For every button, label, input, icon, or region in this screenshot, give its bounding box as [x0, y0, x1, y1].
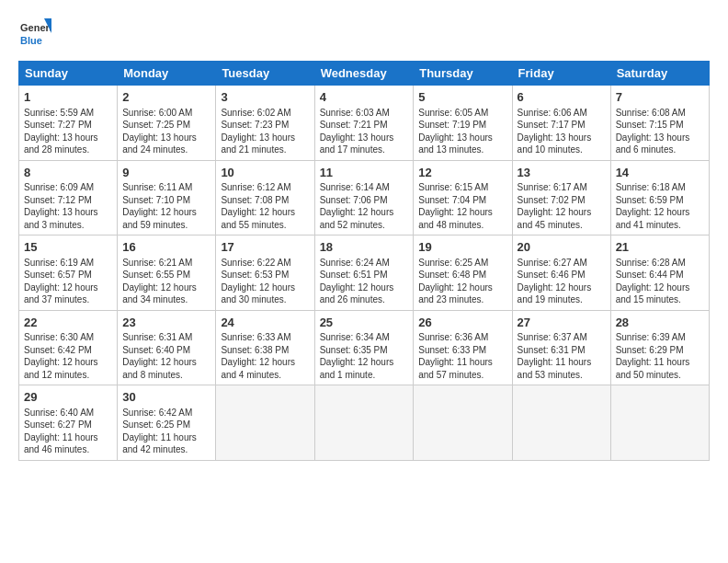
calendar-cell — [314, 385, 414, 461]
calendar-cell: 2Sunrise: 6:00 AMSunset: 7:25 PMDaylight… — [118, 86, 216, 161]
calendar-cell — [414, 385, 512, 461]
day-info: Sunrise: 6:05 AMSunset: 7:19 PMDaylight:… — [418, 107, 506, 156]
calendar-cell: 6Sunrise: 6:06 AMSunset: 7:17 PMDaylight… — [512, 86, 610, 161]
svg-text:Blue: Blue — [20, 35, 42, 46]
calendar-cell — [610, 385, 709, 461]
day-number: 17 — [221, 239, 309, 256]
calendar-cell: 23Sunrise: 6:31 AMSunset: 6:40 PMDayligh… — [118, 310, 216, 385]
day-info: Sunrise: 6:19 AMSunset: 6:57 PMDaylight:… — [24, 257, 112, 306]
day-number: 19 — [418, 239, 506, 256]
weekday-friday: Friday — [512, 62, 610, 86]
calendar-cell — [216, 385, 314, 461]
calendar-cell — [512, 385, 610, 461]
day-info: Sunrise: 6:15 AMSunset: 7:04 PMDaylight:… — [418, 181, 506, 231]
day-info: Sunrise: 6:12 AMSunset: 7:08 PMDaylight:… — [221, 181, 309, 231]
day-info: Sunrise: 6:03 AMSunset: 7:21 PMDaylight:… — [320, 107, 409, 156]
day-number: 3 — [221, 89, 309, 106]
day-number: 29 — [24, 389, 112, 406]
day-number: 27 — [518, 315, 606, 331]
calendar-cell: 10Sunrise: 6:12 AMSunset: 7:08 PMDayligh… — [216, 160, 314, 236]
calendar-cell: 11Sunrise: 6:14 AMSunset: 7:06 PMDayligh… — [314, 160, 414, 236]
day-number: 12 — [418, 165, 506, 181]
calendar-cell: 24Sunrise: 6:33 AMSunset: 6:38 PMDayligh… — [216, 310, 314, 385]
calendar-cell: 8Sunrise: 6:09 AMSunset: 7:12 PMDaylight… — [19, 160, 118, 236]
calendar-cell: 29Sunrise: 6:40 AMSunset: 6:27 PMDayligh… — [19, 385, 118, 461]
calendar-cell: 16Sunrise: 6:21 AMSunset: 6:55 PMDayligh… — [118, 236, 216, 311]
day-number: 16 — [122, 239, 210, 256]
calendar-cell: 17Sunrise: 6:22 AMSunset: 6:53 PMDayligh… — [216, 236, 314, 311]
day-info: Sunrise: 5:59 AMSunset: 7:27 PMDaylight:… — [24, 107, 112, 156]
weekday-tuesday: Tuesday — [216, 62, 314, 86]
day-number: 13 — [518, 165, 606, 181]
day-number: 10 — [221, 165, 309, 181]
day-info: Sunrise: 6:25 AMSunset: 6:48 PMDaylight:… — [418, 257, 506, 306]
calendar-cell: 4Sunrise: 6:03 AMSunset: 7:21 PMDaylight… — [314, 86, 414, 161]
weekday-thursday: Thursday — [414, 62, 512, 86]
day-info: Sunrise: 6:30 AMSunset: 6:42 PMDaylight:… — [24, 331, 112, 381]
week-row-5: 29Sunrise: 6:40 AMSunset: 6:27 PMDayligh… — [19, 385, 710, 461]
day-info: Sunrise: 6:02 AMSunset: 7:23 PMDaylight:… — [221, 107, 309, 156]
calendar-cell: 12Sunrise: 6:15 AMSunset: 7:04 PMDayligh… — [414, 160, 512, 236]
day-info: Sunrise: 6:28 AMSunset: 6:44 PMDaylight:… — [616, 257, 704, 306]
calendar-cell: 22Sunrise: 6:30 AMSunset: 6:42 PMDayligh… — [19, 310, 118, 385]
day-number: 21 — [616, 239, 704, 256]
weekday-wednesday: Wednesday — [314, 62, 414, 86]
calendar-cell: 7Sunrise: 6:08 AMSunset: 7:15 PMDaylight… — [610, 86, 709, 161]
day-info: Sunrise: 6:34 AMSunset: 6:35 PMDaylight:… — [320, 331, 409, 381]
day-info: Sunrise: 6:06 AMSunset: 7:17 PMDaylight:… — [518, 107, 606, 156]
day-number: 22 — [24, 315, 112, 331]
calendar-cell: 28Sunrise: 6:39 AMSunset: 6:29 PMDayligh… — [610, 310, 709, 385]
calendar-cell: 9Sunrise: 6:11 AMSunset: 7:10 PMDaylight… — [118, 160, 216, 236]
calendar-cell: 26Sunrise: 6:36 AMSunset: 6:33 PMDayligh… — [414, 310, 512, 385]
day-info: Sunrise: 6:33 AMSunset: 6:38 PMDaylight:… — [221, 331, 309, 381]
day-info: Sunrise: 6:31 AMSunset: 6:40 PMDaylight:… — [122, 331, 210, 381]
weekday-saturday: Saturday — [610, 62, 709, 86]
day-info: Sunrise: 6:00 AMSunset: 7:25 PMDaylight:… — [122, 107, 210, 156]
day-info: Sunrise: 6:08 AMSunset: 7:15 PMDaylight:… — [616, 107, 704, 156]
calendar-cell: 20Sunrise: 6:27 AMSunset: 6:46 PMDayligh… — [512, 236, 610, 311]
day-info: Sunrise: 6:11 AMSunset: 7:10 PMDaylight:… — [122, 181, 210, 231]
calendar-cell: 5Sunrise: 6:05 AMSunset: 7:19 PMDaylight… — [414, 86, 512, 161]
day-info: Sunrise: 6:40 AMSunset: 6:27 PMDaylight:… — [24, 407, 112, 456]
day-info: Sunrise: 6:24 AMSunset: 6:51 PMDaylight:… — [320, 257, 409, 306]
day-info: Sunrise: 6:39 AMSunset: 6:29 PMDaylight:… — [616, 331, 704, 381]
day-info: Sunrise: 6:17 AMSunset: 7:02 PMDaylight:… — [518, 181, 606, 231]
day-info: Sunrise: 6:22 AMSunset: 6:53 PMDaylight:… — [221, 257, 309, 306]
day-number: 2 — [122, 89, 210, 106]
day-number: 7 — [616, 89, 704, 106]
day-number: 8 — [24, 165, 112, 181]
day-number: 30 — [122, 389, 210, 406]
day-info: Sunrise: 6:21 AMSunset: 6:55 PMDaylight:… — [122, 257, 210, 306]
calendar-cell: 14Sunrise: 6:18 AMSunset: 6:59 PMDayligh… — [610, 160, 709, 236]
day-number: 14 — [616, 165, 704, 181]
header: General Blue — [18, 17, 710, 50]
day-info: Sunrise: 6:36 AMSunset: 6:33 PMDaylight:… — [418, 331, 506, 381]
day-number: 28 — [616, 315, 704, 331]
calendar-table: SundayMondayTuesdayWednesdayThursdayFrid… — [18, 61, 710, 461]
day-info: Sunrise: 6:37 AMSunset: 6:31 PMDaylight:… — [518, 331, 606, 381]
week-row-1: 1Sunrise: 5:59 AMSunset: 7:27 PMDaylight… — [19, 86, 710, 161]
week-row-4: 22Sunrise: 6:30 AMSunset: 6:42 PMDayligh… — [19, 310, 710, 385]
calendar-cell: 13Sunrise: 6:17 AMSunset: 7:02 PMDayligh… — [512, 160, 610, 236]
day-number: 11 — [320, 165, 409, 181]
day-number: 20 — [518, 239, 606, 256]
week-row-2: 8Sunrise: 6:09 AMSunset: 7:12 PMDaylight… — [19, 160, 710, 236]
day-number: 9 — [122, 165, 210, 181]
day-info: Sunrise: 6:42 AMSunset: 6:25 PMDaylight:… — [122, 407, 210, 456]
day-info: Sunrise: 6:09 AMSunset: 7:12 PMDaylight:… — [24, 181, 112, 231]
day-number: 23 — [122, 315, 210, 331]
logo: General Blue — [18, 17, 51, 50]
day-info: Sunrise: 6:14 AMSunset: 7:06 PMDaylight:… — [320, 181, 409, 231]
logo-svg: General Blue — [18, 17, 51, 50]
week-row-3: 15Sunrise: 6:19 AMSunset: 6:57 PMDayligh… — [19, 236, 710, 311]
day-number: 1 — [24, 89, 112, 106]
calendar-cell: 27Sunrise: 6:37 AMSunset: 6:31 PMDayligh… — [512, 310, 610, 385]
day-number: 25 — [320, 315, 409, 331]
weekday-sunday: Sunday — [19, 62, 118, 86]
weekday-monday: Monday — [118, 62, 216, 86]
day-number: 5 — [418, 89, 506, 106]
calendar-cell: 3Sunrise: 6:02 AMSunset: 7:23 PMDaylight… — [216, 86, 314, 161]
weekday-header-row: SundayMondayTuesdayWednesdayThursdayFrid… — [19, 62, 710, 86]
day-info: Sunrise: 6:27 AMSunset: 6:46 PMDaylight:… — [518, 257, 606, 306]
calendar-cell: 1Sunrise: 5:59 AMSunset: 7:27 PMDaylight… — [19, 86, 118, 161]
